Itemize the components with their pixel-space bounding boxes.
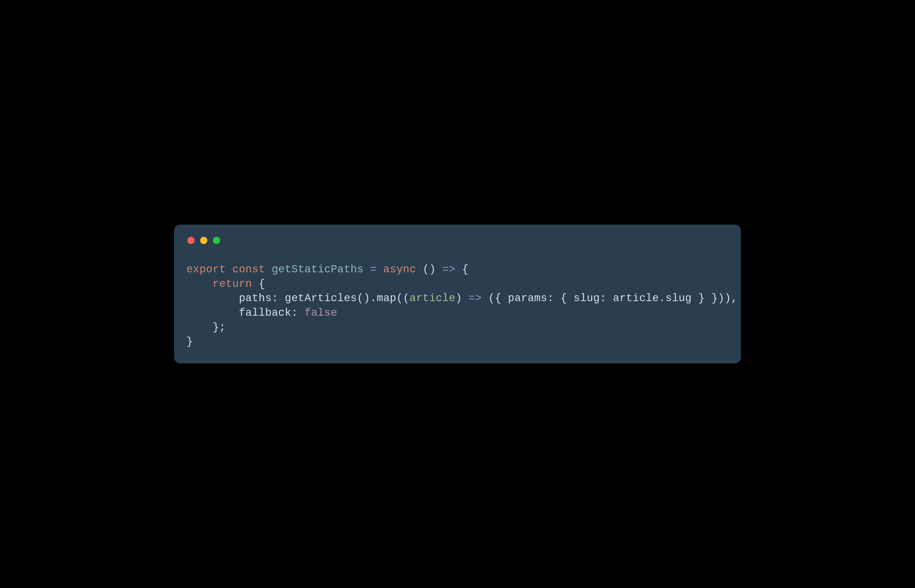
- parameter: article: [409, 292, 456, 304]
- code-text: [436, 263, 443, 276]
- code-text: [377, 263, 383, 276]
- operator-arrow: =>: [443, 263, 456, 276]
- code-text: {: [259, 278, 265, 290]
- code-text: [186, 278, 213, 290]
- code-text: ): [456, 292, 469, 304]
- code-text: [416, 263, 423, 276]
- keyword-export: export: [186, 263, 226, 276]
- code-text: };: [213, 321, 226, 334]
- code-text: }: [186, 336, 193, 348]
- code-window: export const getStaticPaths = async () =…: [174, 225, 741, 363]
- traffic-lights: [186, 237, 729, 244]
- code-text: [186, 307, 239, 319]
- close-icon[interactable]: [188, 237, 194, 244]
- code-text: paths: getArticles().map((: [239, 292, 409, 304]
- code-text: [186, 321, 213, 334]
- code-text: [252, 278, 259, 290]
- keyword-async: async: [383, 263, 416, 276]
- minimize-icon[interactable]: [200, 237, 207, 244]
- code-text: [456, 263, 462, 276]
- operator: =: [370, 263, 377, 276]
- function-name: getStaticPaths: [272, 263, 364, 276]
- code-text: (): [422, 263, 436, 276]
- code-text: fallback:: [239, 307, 305, 319]
- code-block: export const getStaticPaths = async () =…: [186, 262, 729, 349]
- keyword-const: const: [232, 263, 265, 276]
- maximize-icon[interactable]: [213, 237, 220, 244]
- operator-arrow: =>: [469, 292, 482, 304]
- code-text: [364, 263, 370, 276]
- code-text: ({ params: { slug: article.slug } })),: [482, 292, 737, 304]
- code-text: [265, 263, 272, 276]
- code-text: [226, 263, 232, 276]
- code-text: [186, 292, 239, 304]
- boolean-literal: false: [305, 307, 338, 319]
- keyword-return: return: [213, 278, 252, 290]
- code-text: {: [462, 263, 469, 276]
